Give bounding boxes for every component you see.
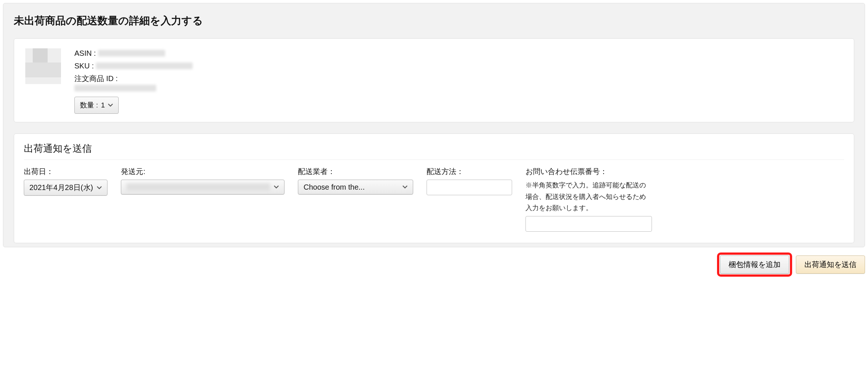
ship-from-select[interactable] [121, 180, 284, 194]
ship-date-label: 出荷日： [24, 167, 107, 177]
order-item-id-value [74, 85, 156, 91]
ship-from-value [126, 183, 270, 191]
carrier-label: 配送業者： [298, 167, 413, 177]
footer-actions: 梱包情報を追加 出荷通知を送信 [3, 255, 865, 274]
tracking-label: お問い合わせ伝票番号： [525, 167, 652, 177]
shipping-section-title: 出荷通知を送信 [24, 142, 844, 160]
ship-date-select[interactable]: 2021年4月28日(水) [24, 180, 107, 196]
ship-date-value: 2021年4月28日(水) [29, 183, 93, 193]
product-thumbnail [25, 48, 61, 84]
send-notice-button[interactable]: 出荷通知を送信 [796, 255, 865, 274]
ship-method-input[interactable] [427, 180, 512, 195]
carrier-select[interactable]: Choose from the... [298, 180, 413, 194]
tracking-input[interactable] [525, 216, 652, 232]
add-packaging-button[interactable]: 梱包情報を追加 [720, 255, 789, 274]
asin-value [98, 50, 165, 57]
ship-date-field: 出荷日： 2021年4月28日(水) [24, 167, 107, 196]
product-card: ASIN : SKU : 注文商品 ID : 数量 : 1 [14, 38, 854, 122]
carrier-value: Choose from the... [303, 183, 365, 192]
carrier-field: 配送業者： Choose from the... [298, 167, 413, 194]
tracking-field: お問い合わせ伝票番号： ※半角英数字で入力。追跡可能な配送の場合、配送状況を購入… [525, 167, 652, 232]
ship-method-label: 配送方法： [427, 167, 512, 177]
asin-label: ASIN : [74, 47, 96, 59]
sku-value [96, 62, 193, 69]
chevron-down-icon [402, 184, 408, 190]
chevron-down-icon [97, 185, 102, 190]
main-panel: 未出荷商品の配送数量の詳細を入力する ASIN : SKU : 注文商品 ID … [3, 3, 865, 247]
product-meta: ASIN : SKU : 注文商品 ID : 数量 : 1 [74, 47, 193, 114]
tracking-hint: ※半角英数字で入力。追跡可能な配送の場合、配送状況を購入者へ知らせるため入力をお… [525, 180, 652, 214]
quantity-label: 数量 : [80, 99, 98, 111]
shipping-card: 出荷通知を送信 出荷日： 2021年4月28日(水) 発送元: [14, 134, 854, 243]
page-title: 未出荷商品の配送数量の詳細を入力する [14, 14, 854, 28]
quantity-value: 1 [101, 99, 105, 111]
chevron-down-icon [274, 184, 279, 190]
chevron-down-icon [108, 103, 113, 108]
ship-method-field: 配送方法： [427, 167, 512, 195]
order-item-id-label: 注文商品 ID : [74, 72, 118, 85]
ship-from-label: 発送元: [121, 167, 284, 177]
quantity-select[interactable]: 数量 : 1 [74, 97, 119, 114]
ship-from-field: 発送元: [121, 167, 284, 194]
sku-label: SKU : [74, 59, 94, 72]
shipping-form-row: 出荷日： 2021年4月28日(水) 発送元: 配送業 [24, 167, 844, 232]
